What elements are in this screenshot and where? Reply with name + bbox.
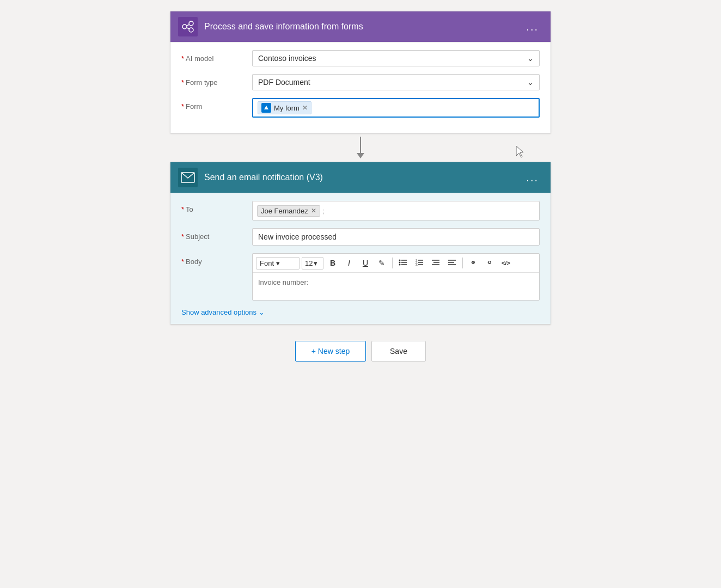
card2-more-button[interactable]: ... bbox=[522, 169, 543, 186]
form-required: * bbox=[181, 102, 184, 111]
ai-model-control: Contoso invoices ⌄ bbox=[252, 50, 540, 66]
ai-model-chevron-icon: ⌄ bbox=[527, 54, 534, 63]
subject-control bbox=[252, 228, 540, 246]
font-label: Font bbox=[260, 259, 274, 267]
show-advanced-chevron-icon: ⌄ bbox=[259, 308, 265, 316]
to-control: Joe Fernandez ✕ ; bbox=[252, 201, 540, 220]
numbered-list-icon: 1.2.3. bbox=[415, 259, 424, 268]
bullet-list-button[interactable] bbox=[396, 256, 410, 270]
subject-input[interactable] bbox=[252, 228, 540, 246]
form-row: *Form My form ✕ bbox=[181, 98, 540, 118]
step-card-1: Process and save information from forms … bbox=[170, 11, 551, 133]
to-label: *To bbox=[181, 201, 252, 213]
link-button[interactable] bbox=[466, 256, 480, 270]
save-button[interactable]: Save bbox=[371, 341, 426, 362]
link-icon bbox=[469, 259, 478, 268]
toolbar-divider-1 bbox=[392, 258, 393, 268]
subject-required: * bbox=[181, 232, 184, 241]
form-tag-text: My form bbox=[274, 104, 300, 112]
indent-more-icon bbox=[448, 259, 456, 268]
ai-model-row: *AI model Contoso invoices ⌄ bbox=[181, 50, 540, 66]
to-tag-text: Joe Fernandez bbox=[261, 207, 308, 215]
card2-body: *To Joe Fernandez ✕ ; *Subject bbox=[170, 193, 551, 324]
card1-body: *AI model Contoso invoices ⌄ *Form type … bbox=[170, 42, 551, 133]
svg-point-2 bbox=[189, 28, 193, 32]
svg-point-9 bbox=[399, 261, 401, 263]
to-tag: Joe Fernandez ✕ bbox=[257, 205, 320, 217]
font-select[interactable]: Font ▾ bbox=[256, 257, 300, 270]
form-tag-close-icon[interactable]: ✕ bbox=[302, 104, 308, 112]
bold-icon: B bbox=[330, 259, 335, 267]
code-button[interactable]: </> bbox=[499, 256, 513, 270]
card2-header: Send an email notification (V3) ... bbox=[170, 162, 551, 193]
card2-title: Send an email notification (V3) bbox=[204, 173, 522, 182]
unlink-icon bbox=[485, 259, 494, 268]
svg-rect-5 bbox=[265, 108, 267, 109]
body-control: Font ▾ 12 ▾ B bbox=[252, 253, 540, 301]
font-size-value: 12 bbox=[305, 259, 313, 267]
to-required: * bbox=[181, 205, 184, 213]
font-size-chevron-icon: ▾ bbox=[314, 259, 317, 267]
to-row: *To Joe Fernandez ✕ ; bbox=[181, 201, 540, 220]
card1-header: Process and save information from forms … bbox=[170, 11, 551, 42]
font-chevron-icon: ▾ bbox=[276, 259, 280, 267]
arrow-head bbox=[357, 153, 364, 158]
italic-button[interactable]: I bbox=[342, 256, 356, 270]
to-tag-close-icon[interactable]: ✕ bbox=[311, 207, 316, 215]
card1-title: Process and save information from forms bbox=[204, 22, 522, 32]
arrow-connector bbox=[357, 133, 364, 162]
form-type-chevron-icon: ⌄ bbox=[527, 78, 534, 87]
svg-point-7 bbox=[399, 259, 401, 261]
form-tag-icon bbox=[261, 103, 271, 113]
new-step-button[interactable]: + New step bbox=[295, 341, 366, 362]
step-card-2: Send an email notification (V3) ... *To … bbox=[170, 162, 551, 324]
svg-line-3 bbox=[187, 24, 190, 26]
subject-row: *Subject bbox=[181, 228, 540, 246]
highlight-icon: ✎ bbox=[378, 259, 385, 267]
unlink-button[interactable] bbox=[482, 256, 497, 270]
toolbar-divider-2 bbox=[462, 258, 463, 268]
form-control: My form ✕ bbox=[252, 98, 540, 118]
highlight-button[interactable]: ✎ bbox=[375, 256, 389, 270]
body-text: Invoice number: bbox=[258, 278, 309, 286]
form-tag-input[interactable]: My form ✕ bbox=[252, 98, 540, 118]
indent-less-button[interactable] bbox=[429, 256, 443, 270]
svg-point-11 bbox=[399, 264, 401, 265]
form-type-control: PDF Document ⌄ bbox=[252, 74, 540, 90]
svg-line-4 bbox=[187, 28, 190, 29]
card1-more-button[interactable]: ... bbox=[522, 19, 543, 35]
underline-icon: U bbox=[363, 259, 368, 267]
indent-more-button[interactable] bbox=[445, 256, 459, 270]
show-advanced-label: Show advanced options bbox=[181, 308, 256, 316]
bottom-actions: + New step Save bbox=[295, 341, 426, 362]
svg-text:3.: 3. bbox=[416, 263, 418, 266]
ai-model-label: *AI model bbox=[181, 50, 252, 63]
form-label: *Form bbox=[181, 98, 252, 111]
arrow-line bbox=[360, 137, 361, 153]
numbered-list-button[interactable]: 1.2.3. bbox=[412, 256, 426, 270]
to-field-separator: ; bbox=[322, 207, 325, 215]
card1-icon bbox=[178, 17, 198, 36]
subject-label: *Subject bbox=[181, 228, 252, 241]
body-required: * bbox=[181, 258, 184, 266]
form-type-dropdown[interactable]: PDF Document ⌄ bbox=[252, 74, 540, 90]
card2-icon bbox=[178, 168, 198, 187]
to-field[interactable]: Joe Fernandez ✕ ; bbox=[252, 201, 540, 220]
code-icon: </> bbox=[502, 260, 510, 266]
body-label: *Body bbox=[181, 253, 252, 266]
bullet-list-icon bbox=[399, 259, 407, 268]
form-tag: My form ✕ bbox=[258, 101, 311, 114]
indent-less-icon bbox=[431, 259, 440, 268]
font-size-select[interactable]: 12 ▾ bbox=[302, 257, 323, 270]
show-advanced-options[interactable]: Show advanced options ⌄ bbox=[181, 308, 540, 316]
italic-icon: I bbox=[348, 259, 350, 267]
underline-button[interactable]: U bbox=[358, 256, 372, 270]
svg-point-0 bbox=[182, 24, 187, 29]
ai-model-dropdown[interactable]: Contoso invoices ⌄ bbox=[252, 50, 540, 66]
ai-model-required: * bbox=[181, 54, 184, 63]
body-content[interactable]: Invoice number: bbox=[253, 273, 539, 300]
body-toolbar: Font ▾ 12 ▾ B bbox=[253, 254, 539, 273]
bold-button[interactable]: B bbox=[326, 256, 340, 270]
form-type-label: *Form type bbox=[181, 74, 252, 87]
form-type-required: * bbox=[181, 78, 184, 87]
